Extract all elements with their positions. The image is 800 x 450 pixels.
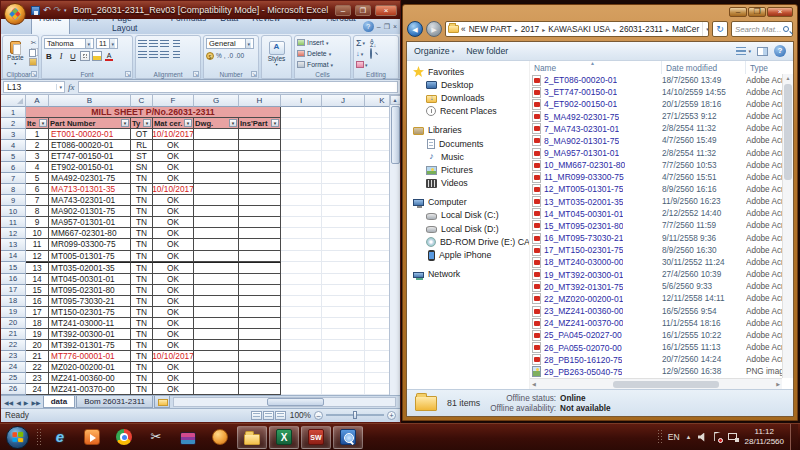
format-painter-icon[interactable] [29, 58, 37, 66]
cell-dwg[interactable] [194, 373, 239, 384]
cell-mat-cer[interactable]: 10/10/2017 [153, 184, 194, 195]
excel-hscroll-thumb[interactable] [267, 398, 324, 406]
cell-part-number[interactable]: MA713-01301-35 [49, 184, 131, 195]
breadcrumb-2017[interactable]: 2017 [519, 24, 541, 34]
insert-cells-button[interactable]: Insert▾ [297, 38, 348, 47]
preview-pane-icon[interactable] [757, 47, 768, 56]
cell-type[interactable]: TN [131, 251, 153, 262]
paste-button[interactable]: Paste▾ [5, 38, 26, 69]
page-layout-view-icon[interactable] [263, 411, 274, 420]
row-header-10[interactable]: 10 [1, 206, 26, 217]
cell-I[interactable] [281, 340, 322, 351]
cell-J[interactable] [322, 118, 365, 129]
filter-dropdown-icon[interactable]: ▾ [184, 119, 192, 127]
cell-mat-cer[interactable]: OK [153, 217, 194, 228]
cell-mat-cer[interactable]: OK [153, 384, 194, 395]
percent-icon[interactable]: % [216, 51, 222, 60]
cell-mat-cer[interactable]: OK [153, 195, 194, 206]
cell-item[interactable]: 20 [26, 340, 49, 351]
first-sheet-icon[interactable]: ◀◀ [3, 399, 14, 406]
excel-vscroll-thumb[interactable] [391, 106, 400, 164]
cell-J[interactable] [322, 239, 365, 250]
sidebar-item-bd-rom-drive-e-catia[interactable]: BD-ROM Drive (E:) CATIA [407, 235, 529, 248]
filter-dropdown-icon[interactable]: ▾ [121, 119, 129, 127]
cell-ins-part[interactable] [239, 329, 281, 340]
cell-J[interactable] [322, 384, 365, 395]
row-header-21[interactable]: 21 [1, 329, 26, 340]
row-header-1[interactable]: 1 [1, 107, 26, 118]
file-row[interactable]: 25_PA045-02027-0016/1/2555 10:22Adobe Ac… [530, 329, 782, 341]
cell-J[interactable] [322, 162, 365, 173]
name-box[interactable]: L13▾ [3, 81, 65, 93]
cell-J[interactable] [322, 362, 365, 373]
row-header-19[interactable]: 19 [1, 307, 26, 318]
align-left-icon[interactable] [138, 51, 147, 59]
action-center-icon[interactable] [713, 432, 722, 443]
cell-dwg[interactable] [194, 274, 239, 285]
cell-J[interactable] [322, 274, 365, 285]
sidebar-item-local-disk-d[interactable]: Local Disk (D:) [407, 222, 529, 235]
sidebar-item-videos[interactable]: Videos [407, 177, 529, 190]
cell-mat-cer[interactable]: OK [153, 151, 194, 162]
cell-type[interactable]: TN [131, 184, 153, 195]
cell-mat-cer[interactable]: OK [153, 296, 194, 307]
row-header-24[interactable]: 24 [1, 362, 26, 373]
cell-dwg[interactable] [194, 228, 239, 239]
file-row[interactable]: 9_MA957-01301-012/8/2554 11:32Adobe Acro [530, 147, 782, 159]
cell-mat-cer[interactable]: OK [153, 329, 194, 340]
cell-I[interactable] [281, 140, 322, 151]
cell-part-number[interactable]: MT241-03000-11 [49, 318, 131, 329]
sheet-tab-data[interactable]: data [43, 396, 75, 408]
column-header-J[interactable]: J [322, 95, 365, 107]
cell-ins-part[interactable] [239, 206, 281, 217]
cell-mat-cer[interactable]: OK [153, 162, 194, 173]
taskbar-item-snipping-tool[interactable] [141, 426, 171, 449]
cell-J[interactable] [322, 228, 365, 239]
cell-type[interactable]: TN [131, 351, 153, 362]
sidebar-item-recent-places[interactable]: Recent Places [407, 105, 529, 118]
font-family-select[interactable]: Tahoma▾ [44, 38, 94, 49]
zoom-slider[interactable] [326, 414, 384, 416]
breadcrumb-overflow[interactable]: « [461, 24, 466, 34]
cell-item[interactable]: 23 [26, 373, 49, 384]
cell-type[interactable]: TN [131, 173, 153, 184]
cell-part-number[interactable]: MT095-73030-21 [49, 296, 131, 307]
column-header-H[interactable]: H [239, 95, 281, 107]
cell-ins-part[interactable] [239, 173, 281, 184]
cell-J[interactable] [322, 184, 365, 195]
cell-item[interactable]: 4 [26, 162, 49, 173]
insert-worksheet-tab[interactable] [154, 396, 170, 408]
cell-dwg[interactable] [194, 217, 239, 228]
language-indicator[interactable]: EN [668, 432, 680, 442]
row-header-13[interactable]: 13 [1, 239, 26, 250]
clock[interactable]: 11:12 28/11/2560 [745, 427, 784, 447]
cell-I[interactable] [281, 239, 322, 250]
row-header-11[interactable]: 11 [1, 217, 26, 228]
cell-ins-part[interactable] [239, 318, 281, 329]
cell-ins-part[interactable] [239, 274, 281, 285]
cell-dwg[interactable] [194, 251, 239, 262]
explorer-close-button[interactable]: × [767, 7, 793, 17]
column-header-C[interactable]: C [131, 95, 153, 107]
file-row[interactable]: 11_MR099-03300-754/7/2560 15:51Adobe Acr… [530, 171, 782, 183]
cell-item[interactable]: 8 [26, 206, 49, 217]
taskbar-item-folder-explorer[interactable] [237, 426, 267, 449]
cell-item[interactable]: 15 [26, 285, 49, 296]
cell-part-number[interactable]: MZ020-00200-01 [49, 362, 131, 373]
copy-icon[interactable] [29, 49, 36, 57]
file-row[interactable]: 15_MT095-02301-807/7/2560 11:59Adobe Acr… [530, 220, 782, 232]
cell-I[interactable] [281, 251, 322, 262]
cell-I[interactable] [281, 162, 322, 173]
sidebar-item-network[interactable]: Network [407, 268, 529, 281]
volume-icon[interactable] [698, 433, 707, 442]
cell-item[interactable]: 14 [26, 274, 49, 285]
cell-item[interactable]: 22 [26, 362, 49, 373]
format-cells-button[interactable]: Format▾ [297, 60, 348, 69]
align-middle-icon[interactable] [149, 40, 158, 48]
cell-type[interactable]: TN [131, 340, 153, 351]
cell-I[interactable] [281, 384, 322, 395]
cell-I[interactable] [281, 285, 322, 296]
cell-mat-cer[interactable]: OK [153, 140, 194, 151]
close-button[interactable] [375, 5, 397, 16]
cell-dwg[interactable] [194, 195, 239, 206]
